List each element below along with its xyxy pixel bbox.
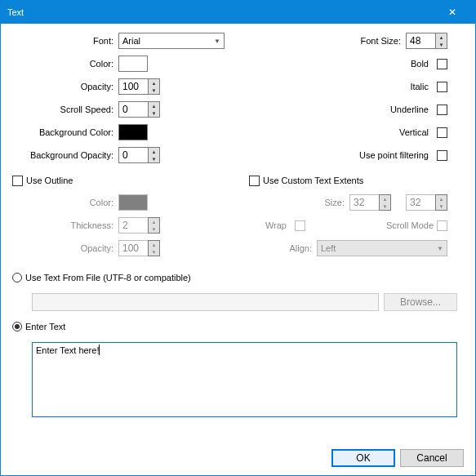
use-outline-checkbox[interactable]	[12, 176, 23, 186]
chevron-up-icon[interactable]: ▲	[149, 79, 159, 87]
align-value: Left	[321, 243, 336, 253]
font-size-input[interactable]	[406, 33, 435, 49]
titlebar[interactable]: Text ✕	[1, 1, 475, 24]
chevron-up-icon: ▲	[436, 195, 447, 202]
ok-button[interactable]: OK	[331, 449, 395, 467]
underline-label: Underline	[352, 105, 434, 114]
vertical-label: Vertical	[352, 127, 434, 137]
chevron-down-icon: ▼	[437, 245, 443, 252]
bold-label: Bold	[352, 59, 434, 69]
chevron-down-icon: ▼	[214, 38, 220, 45]
use-extents-label: Use Custom Text Extents	[263, 176, 363, 185]
chevron-down-icon: ▼	[380, 202, 390, 210]
wrap-checkbox	[295, 220, 305, 231]
italic-label: Italic	[352, 82, 434, 91]
chevron-up-icon[interactable]: ▲	[149, 148, 159, 155]
text-dialog: Text ✕ Font: Arial ▼ Color: Opacity:	[0, 0, 476, 476]
chevron-down-icon[interactable]: ▼	[149, 109, 159, 117]
scroll-speed-input[interactable]	[118, 101, 148, 118]
bg-opacity-label: Background Opacity:	[12, 150, 118, 160]
scroll-mode-checkbox	[437, 220, 447, 231]
use-outline-label: Use Outline	[26, 176, 73, 185]
chevron-down-icon[interactable]: ▼	[149, 155, 159, 162]
file-path-input	[32, 293, 379, 311]
cancel-button[interactable]: Cancel	[400, 449, 464, 467]
chevron-down-icon[interactable]: ▼	[436, 41, 447, 48]
chevron-down-icon: ▼	[149, 248, 159, 256]
outline-color-label: Color:	[12, 198, 118, 207]
opacity-label: Opacity:	[12, 82, 118, 91]
outline-opacity-label: Opacity:	[12, 243, 118, 253]
enter-text-radio[interactable]	[12, 322, 22, 331]
font-size-stepper[interactable]: ▲▼	[406, 33, 447, 49]
scroll-speed-stepper[interactable]: ▲▼	[118, 101, 160, 118]
chevron-down-icon[interactable]: ▼	[149, 87, 159, 94]
chevron-up-icon[interactable]: ▲	[436, 33, 447, 41]
point-filtering-checkbox[interactable]	[437, 150, 447, 161]
vertical-checkbox[interactable]	[437, 127, 447, 138]
window-title: Text	[7, 7, 436, 17]
point-filtering-label: Use point filtering	[352, 150, 434, 160]
close-icon[interactable]: ✕	[436, 7, 469, 18]
outline-thickness-stepper: ▲▼	[118, 217, 160, 234]
font-label: Font:	[12, 36, 118, 46]
chevron-down-icon: ▼	[436, 202, 447, 210]
outline-color-swatch	[118, 194, 148, 211]
color-label: Color:	[12, 59, 118, 69]
chevron-up-icon: ▲	[149, 218, 159, 225]
use-file-label: Use Text From File (UTF-8 or compatible)	[25, 273, 191, 282]
outline-opacity-stepper: ▲▼	[118, 240, 160, 256]
chevron-up-icon: ▲	[149, 241, 159, 248]
enter-text-label: Enter Text	[25, 322, 65, 331]
scroll-mode-label: Scroll Mode	[386, 220, 434, 230]
chevron-up-icon: ▲	[380, 195, 390, 202]
chevron-up-icon[interactable]: ▲	[149, 102, 159, 109]
text-input[interactable]: Enter Text here!	[32, 342, 457, 417]
browse-button: Browse...	[384, 293, 457, 311]
outline-thickness-input	[118, 217, 148, 234]
extents-height-input	[406, 194, 435, 211]
wrap-label: Wrap	[249, 220, 291, 230]
bold-checkbox[interactable]	[437, 59, 447, 69]
italic-checkbox[interactable]	[437, 82, 447, 92]
use-file-radio[interactable]	[12, 273, 22, 282]
font-size-label: Font Size:	[324, 36, 406, 46]
scroll-speed-label: Scroll Speed:	[12, 105, 118, 114]
align-select: Left ▼	[317, 240, 447, 256]
bg-color-swatch[interactable]	[118, 124, 148, 140]
bg-color-label: Background Color:	[12, 127, 118, 137]
font-value: Arial	[122, 36, 140, 46]
opacity-stepper[interactable]: ▲▼	[118, 78, 160, 95]
font-select[interactable]: Arial ▼	[118, 33, 225, 49]
chevron-down-icon: ▼	[149, 225, 159, 233]
text-value: Enter Text here!	[36, 345, 100, 355]
bg-opacity-stepper[interactable]: ▲▼	[118, 147, 160, 163]
bg-opacity-input[interactable]	[118, 147, 148, 163]
align-label: Align:	[274, 243, 317, 253]
extents-width-input	[349, 194, 379, 211]
opacity-input[interactable]	[118, 78, 148, 95]
color-swatch[interactable]	[118, 56, 148, 72]
outline-thickness-label: Thickness:	[12, 220, 118, 230]
underline-checkbox[interactable]	[437, 105, 447, 115]
extents-size-label: Size:	[307, 198, 349, 207]
extents-height-stepper: ▲▼	[406, 194, 447, 211]
outline-opacity-input	[118, 240, 148, 256]
extents-width-stepper: ▲▼	[349, 194, 391, 211]
use-extents-checkbox[interactable]	[249, 176, 260, 186]
